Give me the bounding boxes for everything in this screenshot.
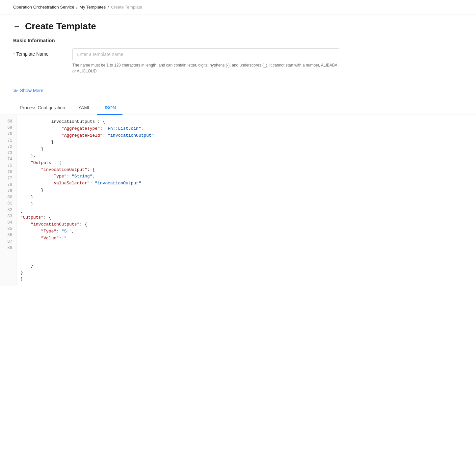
code-line-80: } (20, 201, 476, 208)
template-name-input[interactable] (72, 48, 339, 60)
code-line-88: } (20, 276, 476, 283)
tabs-bar: Process Configuration YAML JSON (0, 101, 476, 115)
editor-inner: 68 69 70 71 72 73 74 75 76 77 78 79 80 8… (0, 115, 476, 286)
tab-yaml[interactable]: YAML (72, 101, 97, 115)
breadcrumb-sep1: / (76, 5, 78, 10)
required-marker: * (13, 51, 15, 57)
code-line-78: } (20, 187, 476, 194)
line-numbers: 68 69 70 71 72 73 74 75 76 77 78 79 80 8… (0, 115, 16, 286)
show-more-button[interactable]: ≫ Show More (13, 88, 43, 93)
code-line-85: "Value": " S "String" S "List" (20, 235, 476, 262)
back-button[interactable]: ← (13, 23, 20, 30)
code-line-86: } (20, 262, 476, 269)
code-line-81: ], (20, 207, 476, 214)
template-name-hint: The name must be 1 to 128 characters in … (72, 62, 339, 74)
breadcrumb-current: Create Template (111, 5, 142, 10)
breadcrumb-sep2: / (108, 5, 109, 10)
template-name-row: * Template Name The name must be 1 to 12… (13, 48, 463, 74)
code-line-71: } (20, 139, 476, 146)
tab-json[interactable]: JSON (97, 101, 122, 115)
code-line-70: "AggregateField": "invocationOutput" (20, 132, 476, 139)
editor-container: 68 69 70 71 72 73 74 75 76 77 78 79 80 8… (0, 115, 476, 286)
show-more-label: Show More (20, 88, 43, 93)
code-line-79: } (20, 194, 476, 201)
template-name-input-wrap: The name must be 1 to 128 characters in … (72, 48, 463, 74)
code-line-69: "AggregateType": "Fn::ListJoin", (20, 125, 476, 132)
code-content[interactable]: invocationOutputs : { "AggregateType": "… (16, 115, 476, 286)
code-line-74: "Outputs": { (20, 160, 476, 167)
page-header: ← Create Template (0, 14, 476, 35)
code-line-73: }, (20, 153, 476, 160)
tab-process-config[interactable]: Process Configuration (13, 101, 72, 115)
code-line-84: "Type": "S|", (20, 228, 476, 235)
code-line-82: "Outputs": { (20, 214, 476, 221)
section-title: Basic Information (0, 35, 476, 48)
code-line-75: "invocationOutput": { (20, 167, 476, 174)
code-line-68: invocationOutputs : { (20, 119, 476, 125)
code-line-72: } (20, 146, 476, 153)
breadcrumb-section[interactable]: My Templates (79, 5, 106, 10)
code-line-87: } (20, 269, 476, 276)
code-line-76: "Type": "String", (20, 173, 476, 180)
form-area: * Template Name The name must be 1 to 12… (0, 48, 476, 83)
breadcrumb: Operation Orchestration Service / My Tem… (0, 0, 476, 14)
show-more-chevron: ≫ (13, 88, 18, 93)
template-name-label: * Template Name (13, 48, 72, 57)
label-text: Template Name (16, 51, 48, 57)
code-line-77: "ValueSelector": "invocationOutput" (20, 180, 476, 187)
breadcrumb-service[interactable]: Operation Orchestration Service (13, 5, 74, 10)
page-title: Create Template (25, 21, 96, 32)
code-line-83: "invocationOutputs": { (20, 221, 476, 228)
